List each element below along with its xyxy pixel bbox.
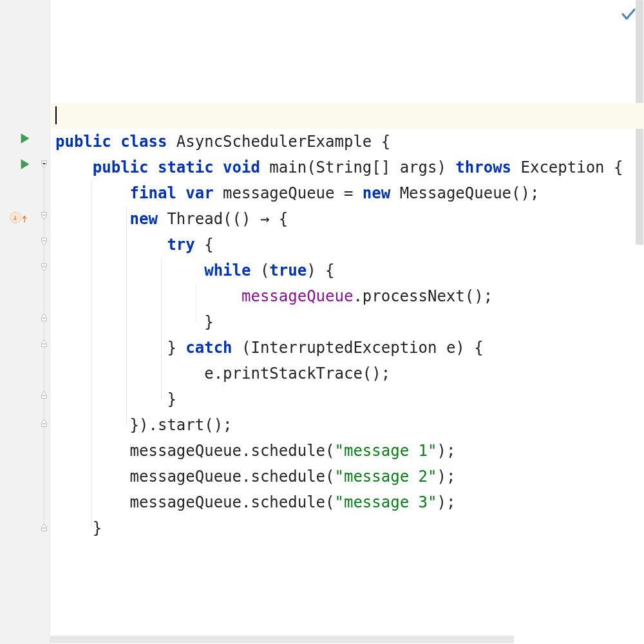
- code-line[interactable]: public static void main(String[] args) t…: [50, 155, 644, 180]
- fold-column: [40, 0, 49, 644]
- code-line[interactable]: [50, 26, 644, 52]
- code-line[interactable]: [50, 77, 644, 103]
- code-line[interactable]: }: [50, 386, 644, 412]
- fold-handle-icon[interactable]: [40, 212, 48, 220]
- fold-handle-icon[interactable]: [40, 238, 48, 246]
- code-line[interactable]: public class AsyncSchedulerExample {: [50, 129, 644, 155]
- fold-handle-icon[interactable]: [40, 390, 48, 399]
- code-line[interactable]: new Thread(() → {: [50, 206, 644, 232]
- code-line[interactable]: }: [50, 515, 644, 541]
- code-line-active[interactable]: [50, 103, 644, 129]
- code-line[interactable]: [50, 52, 644, 77]
- code-line[interactable]: e.printStackTrace();: [50, 361, 644, 386]
- horizontal-scrollbar[interactable]: [50, 635, 635, 644]
- code-line[interactable]: final var messageQueue = new MessageQueu…: [50, 180, 644, 206]
- code-line[interactable]: }: [50, 309, 644, 335]
- fold-handle-icon[interactable]: [40, 313, 48, 321]
- code-line[interactable]: [50, 0, 644, 26]
- caret-icon: [55, 106, 57, 124]
- fold-handle-icon[interactable]: [40, 263, 48, 272]
- code-line[interactable]: while (true) {: [50, 258, 644, 283]
- horizontal-scrollbar-thumb[interactable]: [50, 636, 514, 643]
- fold-handle-icon[interactable]: [40, 419, 48, 427]
- code-line[interactable]: try {: [50, 232, 644, 258]
- gutter: λ: [0, 0, 50, 644]
- code-line[interactable]: messageQueue.schedule("message 2");: [50, 464, 644, 489]
- fold-handle-icon[interactable]: [40, 339, 48, 347]
- fold-handle-icon[interactable]: [40, 523, 48, 531]
- fold-handle-icon[interactable]: [40, 160, 48, 169]
- code-line[interactable]: messageQueue.schedule("message 1");: [50, 438, 644, 464]
- code-line[interactable]: messageQueue.schedule("message 3");: [50, 489, 644, 515]
- code-line[interactable]: }).start();: [50, 412, 644, 438]
- code-line[interactable]: } catch (InterruptedException e) {: [50, 335, 644, 361]
- code-line[interactable]: messageQueue.processNext();: [50, 283, 644, 309]
- editor-area[interactable]: public class AsyncSchedulerExample { pub…: [50, 0, 644, 644]
- code-content[interactable]: public class AsyncSchedulerExample { pub…: [50, 0, 644, 541]
